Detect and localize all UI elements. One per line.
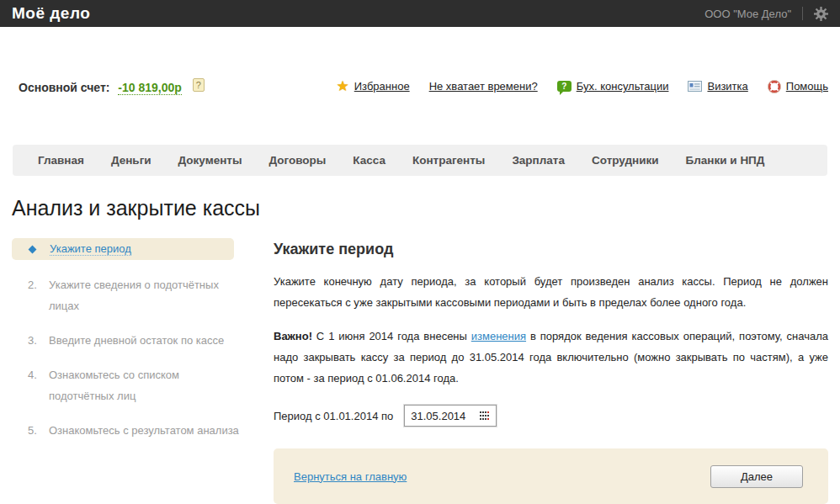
active-step-link[interactable]: Укажите период bbox=[50, 242, 131, 256]
accounting-consult-link[interactable]: ? Бух. консультации bbox=[557, 80, 669, 93]
lifebuoy-icon bbox=[768, 80, 781, 93]
nav-item-kassa[interactable]: Касса bbox=[339, 154, 399, 167]
favorites-label: Избранное bbox=[354, 80, 410, 93]
nav-item-sotrudniki[interactable]: Сотрудники bbox=[578, 154, 673, 167]
next-button[interactable]: Далее bbox=[710, 465, 803, 488]
step-label: Введите дневной остаток по кассе bbox=[49, 334, 224, 347]
wizard-steps: Укажите период 2. Укажите сведения о под… bbox=[12, 238, 264, 454]
step-label: Ознакомьтесь с результатом анализа bbox=[49, 424, 239, 437]
page-title: Анализ и закрытие кассы bbox=[12, 196, 260, 220]
step-number: 4. bbox=[28, 364, 37, 385]
step-number: 5. bbox=[28, 420, 37, 441]
calendar-picker-icon[interactable] bbox=[479, 411, 490, 421]
important-text-1: С 1 июня 2014 года внесены bbox=[312, 330, 471, 342]
nav-item-dokumenty[interactable]: Документы bbox=[165, 154, 256, 167]
quick-links: ★ Избранное Не хватает времени? ? Бух. к… bbox=[337, 79, 829, 93]
important-paragraph: Важно! С 1 июня 2014 года внесены измене… bbox=[274, 326, 828, 389]
no-time-label: Не хватает времени? bbox=[429, 80, 538, 93]
step-item-active[interactable]: Укажите период bbox=[12, 238, 234, 260]
nav-item-kontragenty[interactable]: Контрагенты bbox=[399, 154, 498, 167]
step-item-4: 4. Ознакомьтесь со списком подотчётных л… bbox=[12, 364, 242, 406]
step-label: Ознакомьтесь со списком подотчётных лиц bbox=[49, 369, 179, 402]
business-card-label: Визитка bbox=[707, 80, 747, 93]
step-item-3: 3. Введите дневной остаток по кассе bbox=[12, 330, 242, 351]
date-field-wrap bbox=[404, 405, 497, 427]
step-number: 3. bbox=[28, 330, 37, 351]
period-end-date-input[interactable] bbox=[411, 410, 473, 422]
nav-item-dengi[interactable]: Деньги bbox=[98, 154, 165, 167]
changes-link[interactable]: изменения bbox=[471, 330, 526, 342]
step-item-2: 2. Укажите сведения о подотчётных лицах bbox=[12, 274, 242, 316]
star-icon: ★ bbox=[337, 79, 349, 93]
period-row: Период с 01.01.2014 по bbox=[274, 405, 828, 427]
account-balance: Основной счет: -10 819,00р ? bbox=[19, 81, 205, 95]
action-panel: Вернуться на главную Далее bbox=[274, 448, 828, 504]
period-label: Период с 01.01.2014 по bbox=[274, 410, 393, 422]
chat-question-icon: ? bbox=[557, 81, 572, 92]
business-card-icon bbox=[688, 81, 702, 92]
important-label: Важно! bbox=[274, 330, 312, 342]
nav-item-blanki[interactable]: Бланки и НПД bbox=[673, 154, 779, 167]
business-card-link[interactable]: Визитка bbox=[688, 80, 747, 93]
company-name[interactable]: ООО "Мое Дело" bbox=[704, 8, 791, 20]
topbar-right: ООО "Мое Дело" bbox=[704, 7, 828, 21]
main-navigation: Главная Деньги Документы Договоры Касса … bbox=[13, 145, 827, 176]
step-list: 2. Укажите сведения о подотчётных лицах … bbox=[12, 274, 264, 441]
intro-paragraph: Укажите конечную дату периода, за которы… bbox=[274, 271, 828, 313]
content-area: Укажите период Укажите конечную дату пер… bbox=[274, 241, 828, 504]
topbar-divider bbox=[802, 7, 803, 20]
help-link[interactable]: Помощь bbox=[768, 80, 828, 93]
balance-help-badge[interactable]: ? bbox=[193, 78, 205, 92]
back-to-main-link[interactable]: Вернуться на главную bbox=[294, 470, 407, 483]
help-label: Помощь bbox=[786, 80, 828, 93]
app-logo[interactable]: Моё дело bbox=[12, 4, 90, 23]
no-time-link[interactable]: Не хватает времени? bbox=[429, 80, 538, 93]
favorites-link[interactable]: ★ Избранное bbox=[337, 79, 410, 93]
nav-item-dogovory[interactable]: Договоры bbox=[255, 154, 339, 167]
step-item-5: 5. Ознакомьтесь с результатом анализа bbox=[12, 420, 242, 441]
active-step-bullet-icon bbox=[29, 245, 37, 253]
app-window: Моё дело ООО "Мое Дело" Основной bbox=[0, 0, 840, 504]
accounting-consult-label: Бух. консультации bbox=[577, 80, 669, 93]
settings-gear-icon[interactable] bbox=[814, 7, 828, 21]
section-heading: Укажите период bbox=[274, 241, 828, 258]
account-balance-value[interactable]: -10 819,00р bbox=[118, 81, 182, 95]
topbar: Моё дело ООО "Мое Дело" bbox=[0, 0, 840, 27]
account-label: Основной счет: bbox=[19, 81, 109, 94]
step-label: Укажите сведения о подотчётных лицах bbox=[49, 279, 219, 312]
nav-item-glavnaya[interactable]: Главная bbox=[24, 154, 98, 167]
nav-item-zarplata[interactable]: Зарплата bbox=[498, 154, 578, 167]
step-number: 2. bbox=[28, 274, 37, 295]
